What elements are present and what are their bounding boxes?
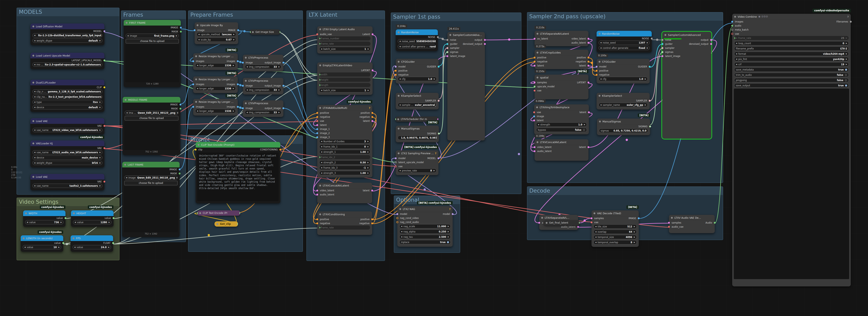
decrement-arrow[interactable]: ◀ [600, 78, 601, 80]
decrement-arrow[interactable]: ◀ [197, 64, 198, 66]
collapse-dot[interactable] [541, 217, 543, 219]
toggle-on[interactable] [447, 241, 449, 243]
images-input-port[interactable] [192, 84, 194, 85]
positive-output-port[interactable] [371, 219, 373, 220]
collapse-dot[interactable] [252, 31, 254, 33]
node-header[interactable]: FIRST FRAME [124, 20, 181, 26]
toggle-off[interactable] [845, 74, 847, 76]
widget-device[interactable]: ◀devicemain_device▶ [32, 155, 102, 160]
node-ltxvconcatavlatent[interactable]: 0.199sLTXVConcatAVLatentvideo_latentlate… [534, 139, 588, 161]
decrement-arrow[interactable]: ◀ [74, 246, 75, 248]
audio-latent-output-port[interactable] [577, 226, 579, 228]
widget-control-after-genera[interactable]: ◀control after genera ...randomize▶ [398, 44, 436, 49]
node-ltxvpreprocess[interactable]: LTXVPreprocessimageoutput_image◀img_comp… [243, 55, 283, 71]
model-input-port[interactable] [395, 66, 397, 68]
collapse-dot[interactable] [398, 152, 400, 154]
collapse-dot[interactable] [397, 118, 399, 120]
meta-batch-input-port[interactable] [731, 29, 733, 31]
av-latent-input-port[interactable] [534, 38, 535, 40]
negative-output-port[interactable] [588, 61, 589, 63]
increment-arrow[interactable]: ▶ [846, 53, 847, 55]
decrement-arrow[interactable]: ◀ [197, 110, 198, 112]
model-input-port[interactable] [397, 213, 398, 215]
latent-image-input-port[interactable] [662, 55, 663, 57]
mask-output-port[interactable] [180, 108, 181, 110]
decrement-arrow[interactable]: ◀ [34, 34, 35, 36]
collapse-dot[interactable] [319, 64, 321, 66]
collapse-dot[interactable] [199, 212, 201, 214]
widget-trim-to-audio[interactable]: trim_to_audiofalse [734, 73, 849, 77]
width-input-port[interactable] [319, 73, 320, 75]
node-header[interactable]: LTXVSeparateAVL... [539, 215, 578, 221]
increment-arrow[interactable]: ▶ [233, 39, 235, 40]
upscale-model-input-port[interactable] [534, 86, 535, 88]
widget-frame-idx-1[interactable]: ◀frame_idx_10▶ [319, 145, 370, 149]
node-ltxvimgtovideoinplace[interactable]: 0.096sLTXVImgToVideoInplacevaelatentimag… [534, 104, 589, 134]
decrement-arrow[interactable]: ◀ [197, 88, 198, 89]
decrement-arrow[interactable]: ◀ [401, 231, 402, 232]
model-output-port[interactable] [103, 30, 105, 32]
increment-arrow[interactable]: ▶ [233, 88, 234, 89]
filenames-output-port[interactable] [850, 21, 852, 23]
upload-button[interactable]: choose file to upload [125, 116, 178, 120]
widget-device[interactable]: ◀devicedefault▶ [32, 105, 102, 109]
widget-value[interactable]: ◀value10▶ [23, 245, 61, 249]
node-samplercustomadvanced[interactable]: 26.411sSamplerCustomAdvancednoiseoutputg… [447, 32, 485, 140]
widget-save-output[interactable]: save_outputtrue [734, 83, 849, 88]
images-input-port[interactable] [192, 60, 194, 62]
latent-output-port[interactable] [372, 120, 373, 122]
node-header[interactable]: LTXVPreprocess [243, 100, 283, 106]
nag-cond-video-input-port[interactable] [396, 217, 398, 219]
widget-strength-2[interactable]: ◀strength_20.50▶ [319, 160, 370, 165]
value-output-port[interactable] [113, 217, 115, 219]
node-header[interactable]: CFGGuider [596, 59, 650, 65]
node-header[interactable]: CLIP Text Encode (Prompt) [196, 142, 280, 148]
collapse-dot[interactable] [245, 80, 247, 82]
a-input-port[interactable] [538, 222, 540, 224]
decrement-arrow[interactable]: ◀ [34, 157, 35, 159]
increment-arrow[interactable]: ▶ [58, 246, 60, 248]
reroute-dot[interactable] [656, 39, 658, 41]
collapse-dot[interactable] [32, 26, 34, 27]
collapse-dot[interactable] [536, 141, 538, 143]
decrement-arrow[interactable]: ◀ [321, 151, 322, 153]
toggle-on[interactable] [845, 85, 847, 87]
video-latent-output-port[interactable] [588, 38, 589, 40]
widget-sampler-name[interactable]: ◀sampler_nameeuler_cfg_pp▶ [598, 103, 648, 107]
image-output-port[interactable] [179, 169, 181, 170]
decrement-arrow[interactable]: ◀ [126, 177, 127, 179]
widget-weight-dtype[interactable]: ◀weight_dtypedefault▶ [32, 38, 102, 43]
node-header[interactable]: Load Diffusion Model [30, 24, 104, 29]
collapse-dot[interactable] [124, 164, 126, 166]
node-header[interactable]: LAST FRAME [122, 162, 180, 167]
node-header[interactable]: RandomNoise [596, 31, 652, 36]
guider-output-port[interactable] [649, 66, 651, 68]
sampler-input-port[interactable] [662, 47, 663, 49]
increment-arrow[interactable]: ▶ [368, 48, 369, 50]
collapse-dot[interactable] [398, 95, 400, 97]
widget-batch-size[interactable]: ◀batch_size1▶ [319, 88, 371, 92]
collapse-dot[interactable] [72, 238, 74, 239]
node-get-image-size[interactable]: Get Image Size [250, 29, 280, 35]
collapse-dot[interactable] [599, 121, 601, 122]
latent-upscale-model-output-port[interactable] [103, 60, 105, 61]
decrement-arrow[interactable]: ◀ [321, 140, 322, 142]
node-spatial[interactable]: 0.150s[BETA]spatialsamplesLATENTupscale_… [534, 74, 588, 99]
node-resize-images-by-longer[interactable]: [BETA]Resize Images by Longer ...imagesi… [193, 53, 238, 70]
upload-button[interactable]: choose file to upload [126, 39, 179, 43]
node-ltxvpreprocess[interactable]: LTXVPreprocessimageoutput_image◀img_comp… [243, 100, 283, 117]
negative-output-port[interactable] [371, 223, 373, 224]
increment-arrow[interactable]: ▶ [99, 151, 101, 153]
widget-image[interactable]: ◀imagefirst_frame.png▶ [126, 34, 179, 38]
widget-img-compression[interactable]: ◀img_compression33▶ [245, 88, 281, 92]
frame-rate-input-port[interactable] [319, 227, 320, 228]
node-header[interactable]: Upscale Image By [195, 22, 238, 28]
model-output-port[interactable] [438, 157, 439, 159]
widget-nag-scale[interactable]: ◀nag_scale11.000▶ [399, 224, 451, 228]
node-header[interactable]: KSamplerSelect [396, 93, 439, 99]
node-header[interactable]: WIDTH [23, 211, 65, 216]
value-output-port[interactable] [65, 217, 66, 219]
decrement-arrow[interactable]: ◀ [736, 37, 737, 39]
collapse-dot[interactable] [126, 22, 127, 24]
nag-cond-audio-input-port[interactable] [396, 221, 398, 223]
